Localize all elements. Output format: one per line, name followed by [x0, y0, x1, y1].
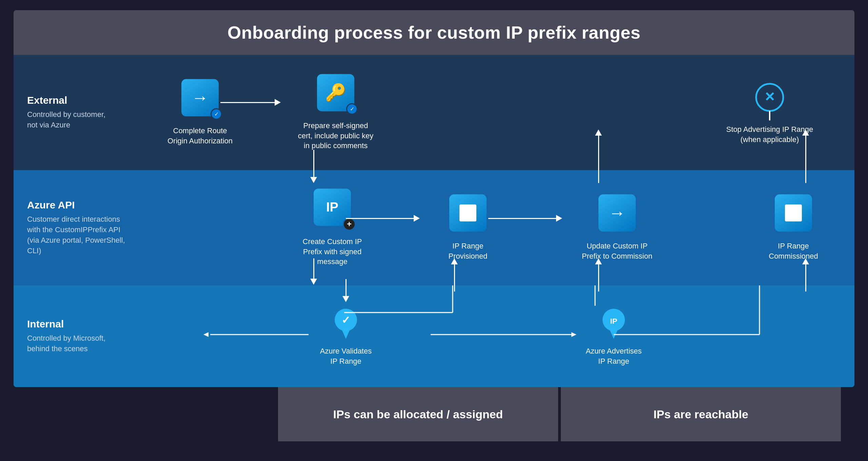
- status-bars: IPs can be allocated / assigned IPs are …: [14, 387, 854, 441]
- internal-heading: Internal: [27, 318, 129, 330]
- validate-caption: Azure ValidatesIP Range: [309, 346, 383, 366]
- vert-line: [313, 150, 314, 177]
- vert-up-to-comm: [802, 258, 809, 292]
- vert-head: [310, 279, 317, 285]
- step-update-ip: → Update Custom IPPrefix to Commission: [576, 194, 658, 261]
- internal-section: Internal Controlled by Microsoft,behind …: [14, 285, 854, 387]
- vert-arrow-up-comm: [802, 129, 809, 183]
- status-left-spacer: [14, 387, 278, 441]
- arrow-head: [556, 215, 562, 222]
- stop-advertising-caption: Stop Advertising IP Range(when applicabl…: [726, 124, 814, 144]
- cert-caption: Prepare self-signedcert, include public …: [292, 121, 380, 151]
- vert-arrow-down-1: [310, 150, 317, 183]
- arrow-into-validate: [342, 279, 349, 302]
- step-stop-advertising: ✕ Stop Advertising IP Range(when applica…: [726, 80, 814, 144]
- vert-arrowhead-down: [310, 177, 317, 183]
- advertise-caption: Azure AdvertisesIP Range: [576, 346, 651, 366]
- vert-up-to-prov: [451, 258, 458, 292]
- vert-line-up-comm: [805, 136, 806, 183]
- comm-square-icon: [785, 204, 802, 221]
- ip-prov-tile: [449, 194, 487, 232]
- cert-tile: 🔑 ✓: [317, 74, 354, 111]
- step-ip-provisioned: IP RangeProvisioned: [434, 194, 502, 261]
- step-cert: 🔑 ✓ Prepare self-signedcert, include pub…: [292, 74, 380, 151]
- vert-arrowhead-up-comm: [802, 129, 809, 136]
- outer-container: Onboarding process for custom IP prefix …: [14, 0, 854, 452]
- azure-heading: Azure API: [27, 199, 129, 211]
- svg-marker-10: [203, 332, 209, 337]
- validate-pin-icon: ✓: [329, 306, 363, 343]
- external-label: External Controlled by customer,not via …: [14, 95, 142, 131]
- vert-arrow-up-1: [595, 129, 602, 183]
- arrow-1-2: [220, 99, 281, 106]
- external-desc: Controlled by customer,not via Azure: [27, 109, 129, 131]
- step-ip-commissioned: IP RangeCommissioned: [760, 194, 827, 261]
- status-reachable-text: IPs are reachable: [653, 408, 748, 421]
- svg-text:✕: ✕: [764, 90, 775, 104]
- update-arrow-icon: →: [609, 203, 626, 223]
- stop-square-icon: [459, 204, 476, 221]
- create-ip-caption: Create Custom IPPrefix with signed messa…: [292, 237, 373, 267]
- arrow-line: [220, 102, 275, 103]
- svg-marker-13: [610, 330, 617, 339]
- step-validate: ✓ Azure ValidatesIP Range: [309, 306, 383, 366]
- update-ip-tile: →: [598, 194, 636, 232]
- key-icon: 🔑: [325, 83, 346, 102]
- azure-desc: Customer direct interactionswith the Cus…: [27, 214, 129, 256]
- title-bar: Onboarding process for custom IP prefix …: [14, 10, 854, 55]
- ip-prov-caption: IP RangeProvisioned: [434, 241, 502, 261]
- arrow-line: [346, 218, 414, 219]
- external-heading: External: [27, 95, 129, 106]
- internal-desc: Controlled by Microsoft,behind the scene…: [27, 333, 129, 354]
- internal-arrows-right-svg: [142, 285, 854, 387]
- arrow-4-5: [488, 215, 562, 222]
- vert-head-prov: [451, 258, 458, 264]
- svg-text:IP: IP: [610, 317, 617, 325]
- azure-content: IP + Create Custom IPPrefix with signed …: [142, 170, 854, 285]
- arrow-3-4: [346, 215, 420, 222]
- cert-check-badge: ✓: [346, 103, 358, 115]
- roa-tile: → ✓: [181, 79, 219, 116]
- vert-arrowhead: [342, 296, 349, 302]
- vert-down-to-validate: [310, 258, 317, 285]
- azure-section: Azure API Customer direct interactionswi…: [14, 170, 854, 285]
- internal-label: Internal Controlled by Microsoft,behind …: [14, 318, 142, 354]
- vert-head-update: [595, 258, 602, 264]
- main-diagram: External Controlled by customer,not via …: [14, 55, 854, 387]
- step-roa: → ✓ Complete Route Origin Authorization: [163, 79, 237, 146]
- vert-line: [313, 258, 314, 279]
- status-allocatable-text: IPs can be allocated / assigned: [333, 408, 503, 421]
- external-content: → ✓ Complete Route Origin Authorization …: [142, 55, 854, 170]
- ip-text: IP: [326, 200, 338, 215]
- arrow-head: [275, 99, 281, 106]
- status-reachable: IPs are reachable: [561, 387, 841, 441]
- step-create-ip: IP + Create Custom IPPrefix with signed …: [292, 188, 373, 267]
- roa-caption: Complete Route Origin Authorization: [163, 126, 237, 146]
- vert-line-prov: [454, 264, 455, 292]
- step-advertise: IP Azure AdvertisesIP Range: [576, 306, 651, 366]
- arrow-right-icon: →: [192, 88, 209, 107]
- vert-line-up: [598, 136, 599, 183]
- vert-line: [346, 279, 347, 296]
- svg-marker-15: [571, 332, 576, 337]
- vert-line-update: [598, 264, 599, 292]
- roa-check-badge: ✓: [211, 108, 222, 120]
- update-ip-caption: Update Custom IPPrefix to Commission: [576, 241, 658, 261]
- vert-head-comm2: [802, 258, 809, 264]
- external-section: External Controlled by customer,not via …: [14, 55, 854, 170]
- status-right-spacer: [841, 387, 854, 441]
- status-allocatable: IPs can be allocated / assigned: [278, 387, 558, 441]
- stop-pin-icon: ✕: [753, 80, 787, 121]
- svg-text:✓: ✓: [341, 314, 350, 326]
- vert-arrowhead-up: [595, 129, 602, 136]
- svg-marker-6: [342, 330, 350, 339]
- internal-arrows-svg: [142, 285, 854, 387]
- ip-comm-caption: IP RangeCommissioned: [760, 241, 827, 261]
- internal-content: ✓ Azure ValidatesIP Range: [142, 285, 854, 387]
- arrow-line: [488, 218, 556, 219]
- page-title: Onboarding process for custom IP prefix …: [20, 22, 848, 43]
- vert-line-comm2: [805, 264, 806, 292]
- create-ip-tile: IP +: [314, 188, 351, 226]
- azure-label: Azure API Customer direct interactionswi…: [14, 199, 142, 256]
- advertise-pin-icon: IP: [597, 306, 631, 343]
